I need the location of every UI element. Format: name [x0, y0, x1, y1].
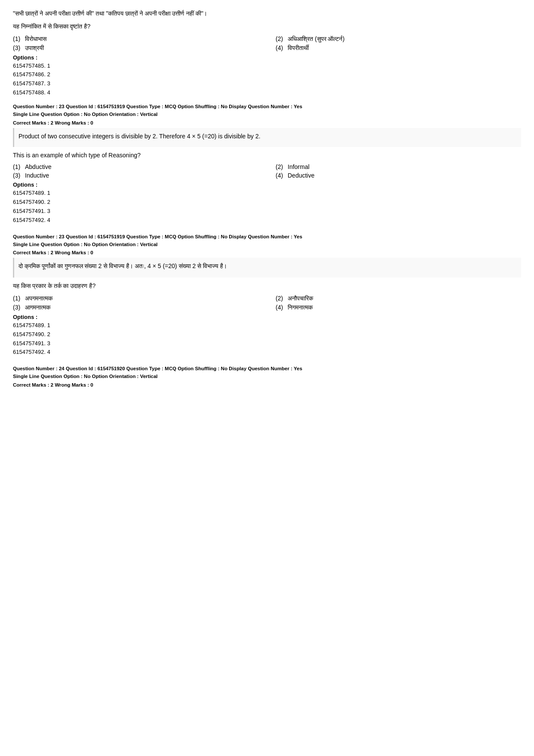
q23-eng-options-list: Options : 6154757489. 1 6154757490. 2 61…	[13, 181, 521, 225]
option-num-1: (1)	[13, 35, 22, 42]
q23-hindi-option-id-3: 6154757491. 3	[13, 339, 521, 348]
q23-hindi-meta-line2: Single Line Question Option : No Option …	[13, 241, 521, 248]
q23-eng-option-row-2: (2) Informal	[276, 163, 521, 170]
top-options-label: Options :	[13, 54, 521, 61]
option-text-2: अधिआश्रित (सुपर ऑल्टर्न)	[288, 35, 345, 43]
q23-hindi-option-num-3: (3)	[13, 304, 22, 311]
q23-eng-prompt: This is an example of which type of Reas…	[13, 150, 521, 160]
q23-eng-meta-line2: Single Line Question Option : No Option …	[13, 110, 521, 118]
q23-eng-option-num-2: (2)	[276, 163, 284, 170]
q23-hindi-option-row-1: (1) अपगमनात्मक	[13, 295, 258, 302]
q23-hindi-option-text-3: आगमनात्मक	[25, 304, 50, 311]
q23-eng-option-id-3: 6154757491. 3	[13, 207, 521, 216]
top-option-id-1: 6154757485. 1	[13, 62, 521, 71]
q23-eng-option-row-1: (1) Abductive	[13, 163, 258, 170]
q23-eng-option-num-3: (3)	[13, 172, 22, 179]
option-row-2: (2) अधिआश्रित (सुपर ऑल्टर्न)	[276, 35, 521, 43]
option-num-3: (3)	[13, 44, 22, 51]
q23-eng-meta-line1: Question Number : 23 Question Id : 61547…	[13, 103, 521, 110]
option-text-3: उपाश्रयी	[25, 44, 44, 52]
q23-eng-options-label: Options :	[13, 181, 521, 188]
q23-hindi-option-id-1: 6154757489. 1	[13, 321, 521, 330]
q23-hindi-body-line1: दो क्रमिक पूर्णांकों का गुणनफल संख्या 2 …	[19, 261, 517, 272]
q23-eng-option-id-4: 6154757492. 4	[13, 216, 521, 225]
q23-eng-option-id-1: 6154757489. 1	[13, 189, 521, 198]
q23-eng-option-row-3: (3) Inductive	[13, 172, 258, 179]
option-num-4: (4)	[276, 44, 284, 51]
q24-correct-marks: Correct Marks : 2 Wrong Marks : 0	[13, 382, 521, 387]
q23-eng-meta: Question Number : 23 Question Id : 61547…	[13, 103, 521, 119]
q23-hindi-options-grid: (1) अपगमनात्मक (2) अनौपचारिक (3) आगमनात्…	[13, 295, 521, 311]
top-option-id-2: 6154757486. 2	[13, 70, 521, 79]
option-row-3: (3) उपाश्रयी	[13, 44, 258, 52]
q23-eng-body: Product of two consecutive integers is d…	[13, 128, 521, 147]
q23-eng-body-line1: Product of two consecutive integers is d…	[19, 131, 517, 141]
q23-hindi-option-row-3: (3) आगमनात्मक	[13, 304, 258, 311]
q23-eng-option-num-1: (1)	[13, 163, 22, 170]
q23-eng-option-num-4: (4)	[276, 172, 284, 179]
option-text-4: विपरीतार्थी	[288, 44, 309, 52]
q24-meta-line2: Single Line Question Option : No Option …	[13, 372, 521, 380]
q23-hindi-option-row-2: (2) अनौपचारिक	[276, 295, 521, 302]
q23-hindi-option-id-2: 6154757490. 2	[13, 330, 521, 339]
option-row-1: (1) विरोधाभास	[13, 35, 258, 43]
q23-hindi-option-id-4: 6154757492. 4	[13, 348, 521, 357]
q23-eng-option-id-2: 6154757490. 2	[13, 198, 521, 207]
q23-eng-option-row-4: (4) Deductive	[276, 172, 521, 179]
q23-hindi-option-num-4: (4)	[276, 304, 284, 311]
q23-hindi-options-label: Options :	[13, 314, 521, 320]
top-prompt-text: यह निम्नांकित में से किसका दृष्टांत है?	[13, 22, 521, 32]
top-options-grid: (1) विरोधाभास (2) अधिआश्रित (सुपर ऑल्टर्…	[13, 35, 521, 52]
q23-eng-option-text-1: Abductive	[25, 163, 51, 170]
q23-hindi-meta-line1: Question Number : 23 Question Id : 61547…	[13, 233, 521, 241]
option-row-4: (4) विपरीतार्थी	[276, 44, 521, 52]
q23-eng-option-text-2: Informal	[288, 163, 310, 170]
q23-hindi-correct-marks: Correct Marks : 2 Wrong Marks : 0	[13, 250, 521, 255]
q23-hindi-option-num-1: (1)	[13, 295, 22, 302]
q23-hindi-prompt: यह किस प्रकार के तर्क का उदाहरण है?	[13, 281, 521, 291]
q23-hindi-option-text-2: अनौपचारिक	[288, 295, 313, 302]
q24-meta-line1: Question Number : 24 Question Id : 61547…	[13, 365, 521, 372]
q23-hindi-options-list: Options : 6154757489. 1 6154757490. 2 61…	[13, 314, 521, 357]
q23-hindi-option-row-4: (4) निगमनात्मक	[276, 304, 521, 311]
q23-eng-options-grid: (1) Abductive (2) Informal (3) Inductive…	[13, 163, 521, 179]
q23-eng-option-text-3: Inductive	[25, 172, 49, 179]
top-context-text: "सभी छात्रों ने अपनी परीक्षा उत्तीर्ण की…	[13, 9, 521, 19]
top-option-id-3: 6154757487. 3	[13, 79, 521, 88]
option-text-1: विरोधाभास	[25, 35, 47, 43]
q23-eng-correct-marks: Correct Marks : 2 Wrong Marks : 0	[13, 120, 521, 125]
q23-hindi-option-text-4: निगमनात्मक	[288, 304, 313, 311]
top-options-list: Options : 6154757485. 1 6154757486. 2 61…	[13, 54, 521, 97]
q24-meta: Question Number : 24 Question Id : 61547…	[13, 365, 521, 381]
q23-hindi-body: दो क्रमिक पूर्णांकों का गुणनफल संख्या 2 …	[13, 258, 521, 278]
q23-eng-option-text-4: Deductive	[288, 172, 314, 179]
q23-hindi-option-text-1: अपगमनात्मक	[25, 295, 53, 302]
q23-hindi-meta: Question Number : 23 Question Id : 61547…	[13, 233, 521, 249]
option-num-2: (2)	[276, 35, 284, 42]
top-hindi-section: "सभी छात्रों ने अपनी परीक्षा उत्तीर्ण की…	[13, 9, 521, 97]
top-option-id-4: 6154757488. 4	[13, 88, 521, 97]
q23-hindi-option-num-2: (2)	[276, 295, 284, 302]
